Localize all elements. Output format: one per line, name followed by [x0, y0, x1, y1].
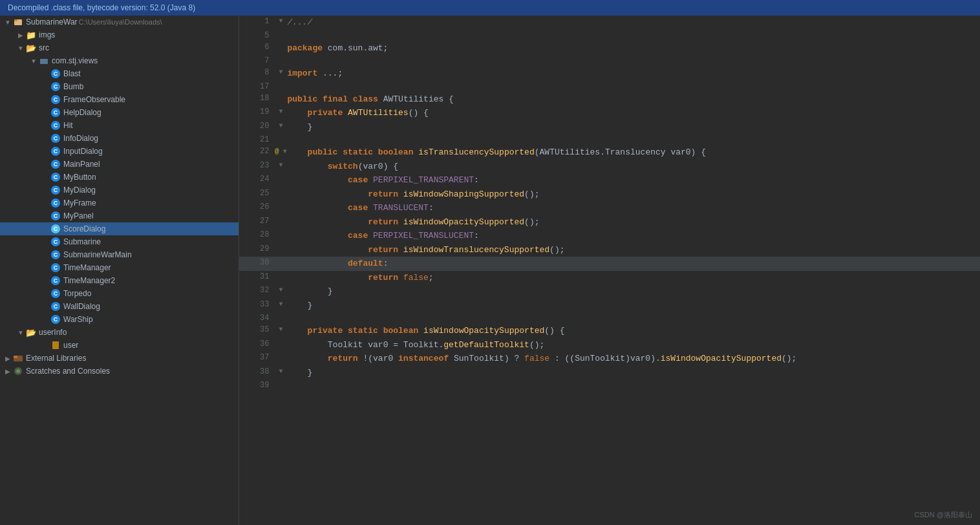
line-content-30: default: [287, 257, 980, 271]
SubmarineWarMain-label: SubmarineWarMain [63, 250, 132, 259]
sidebar-item-mypanel[interactable]: ▶ C MyPanel [0, 209, 239, 222]
line-gutter-27 [274, 215, 287, 230]
code-row-34: 34 [239, 312, 980, 324]
sidebar-item-warship[interactable]: ▶ C WarShip [0, 313, 239, 326]
line-content-32: } [287, 284, 980, 299]
line-gutter-31 [274, 271, 287, 285]
line-num-17: 17 [239, 81, 274, 92]
line-content-36: Toolkit var0 = Toolkit.getDefaultToolkit… [287, 338, 980, 352]
code-row-31: 31 return false; [239, 271, 980, 285]
code-row-39: 39 [239, 380, 980, 391]
at-icon: @ [275, 147, 279, 155]
FrameObservable-class-icon: C [50, 94, 61, 105]
sidebar-item-src[interactable]: ▼ 📂 src [0, 41, 239, 54]
line-num-1: 1 [239, 16, 274, 30]
line-gutter-17 [274, 81, 287, 92]
project-name: SubmarineWar [26, 17, 78, 27]
line-content-6: package com.sun.awt; [287, 41, 980, 56]
imgs-arrow-icon: ▶ [16, 30, 26, 40]
fold-close-icon[interactable]: ▼ [279, 368, 282, 375]
sidebar-item-submarine[interactable]: ▶ C Submarine [0, 235, 239, 248]
sidebar-item-helpdialog[interactable]: ▶ C HelpDialog [0, 106, 239, 119]
line-num-25: 25 [239, 188, 274, 202]
line-num-38: 38 [239, 366, 274, 380]
svg-rect-1 [14, 19, 17, 21]
InfoDialog-class-icon: C [50, 133, 61, 144]
sidebar-item-package[interactable]: ▼ com.stj.views [0, 54, 239, 67]
src-folder-icon: 📂 [26, 43, 36, 53]
sidebar-item-bumb[interactable]: ▶ C Bumb [0, 80, 239, 93]
fold-icon[interactable]: ▼ [279, 162, 282, 169]
sidebar-item-timemanager[interactable]: ▶ C TimeManager [0, 261, 239, 274]
fold-icon[interactable]: ▼ [279, 108, 282, 115]
info-bar-text: Decompiled .class file, bytecode version… [8, 3, 195, 12]
line-num-5: 5 [239, 30, 274, 41]
imgs-label: imgs [39, 30, 55, 39]
package-label: com.stj.views [52, 56, 98, 65]
line-gutter-34 [274, 312, 287, 324]
MyButton-label: MyButton [63, 173, 96, 182]
line-gutter-28 [274, 229, 287, 243]
sidebar-item-extlibs[interactable]: ▶ External Libraries [0, 352, 239, 365]
line-content-1: /.../ [287, 16, 980, 30]
sidebar-item-submarinewarmain[interactable]: ▶ C SubmarineWarMain [0, 248, 239, 261]
watermark: CSDN @洛阳泰山 [915, 510, 972, 520]
line-gutter-30 [274, 257, 287, 271]
ScoreDialog-class-icon: C [50, 224, 61, 234]
line-num-18: 18 [239, 92, 274, 107]
line-num-21: 21 [239, 134, 274, 145]
sidebar-item-torpedo[interactable]: ▶ C Torpedo [0, 287, 239, 300]
WarShip-label: WarShip [63, 315, 93, 324]
sidebar-item-project[interactable]: ▼ SubmarineWar C:\Users\liuya\Downloads\ [0, 16, 239, 28]
sidebar[interactable]: ▼ SubmarineWar C:\Users\liuya\Downloads\… [0, 16, 239, 525]
line-num-31: 31 [239, 271, 274, 285]
line-content-34 [287, 312, 980, 324]
fold-icon[interactable]: ▼ [283, 148, 287, 155]
svg-rect-6 [14, 356, 17, 358]
fold-close-icon[interactable]: ▼ [279, 286, 282, 294]
line-num-35: 35 [239, 324, 274, 338]
svg-rect-3 [40, 59, 43, 61]
sidebar-item-mybutton[interactable]: ▶ C MyButton [0, 171, 239, 184]
sidebar-item-userinfo[interactable]: ▼ 📂 userInfo [0, 326, 239, 339]
sidebar-item-scoredialog[interactable]: ▶ C ScoreDialog [0, 222, 239, 235]
sidebar-item-walldialog[interactable]: ▶ C WallDialog [0, 300, 239, 313]
fold-close-icon[interactable]: ▼ [279, 301, 282, 308]
sidebar-item-myframe[interactable]: ▶ C MyFrame [0, 197, 239, 209]
sidebar-item-imgs[interactable]: ▶ 📁 imgs [0, 28, 239, 41]
fold-icon[interactable]: ▼ [279, 69, 282, 76]
MyButton-class-icon: C [50, 172, 61, 182]
sidebar-item-hit[interactable]: ▶ C Hit [0, 119, 239, 132]
line-content-20: } [287, 120, 980, 134]
line-num-23: 23 [239, 160, 274, 174]
sidebar-item-blast[interactable]: ▶ C Blast [0, 67, 239, 80]
code-row-24: 24 case PERPIXEL_TRANSPARENT: [239, 173, 980, 188]
line-num-27: 27 [239, 215, 274, 230]
code-row-35: 35 ▼ private static boolean isWindowOpac… [239, 324, 980, 338]
sidebar-item-mainpanel[interactable]: ▶ C MainPanel [0, 158, 239, 171]
Bumb-label: Bumb [63, 82, 83, 91]
sidebar-item-scratches[interactable]: ▶ Scratches and Consoles [0, 365, 239, 378]
sidebar-item-mydialog[interactable]: ▶ C MyDialog [0, 184, 239, 197]
fold-icon[interactable]: ▼ [279, 17, 282, 25]
line-gutter-21 [274, 134, 287, 145]
info-bar: Decompiled .class file, bytecode version… [0, 0, 980, 16]
extlibs-label: External Libraries [26, 354, 86, 363]
sidebar-item-user[interactable]: ▶ user [0, 339, 239, 352]
sidebar-item-infodialog[interactable]: ▶ C InfoDialog [0, 132, 239, 145]
fold-close-icon[interactable]: ▼ [279, 122, 282, 129]
code-row-1: 1 ▼ /.../ [239, 16, 980, 30]
InfoDialog-label: InfoDialog [63, 134, 98, 143]
user-label: user [63, 341, 78, 350]
fold-icon[interactable]: ▼ [279, 326, 282, 333]
sidebar-item-timemanager2[interactable]: ▶ C TimeManager2 [0, 274, 239, 287]
line-content-25: return isWindowShapingSupported(); [287, 188, 980, 202]
code-row-32: 32 ▼ } [239, 284, 980, 299]
project-icon [13, 17, 23, 27]
line-num-6: 6 [239, 41, 274, 56]
line-gutter-29 [274, 243, 287, 257]
code-table: 1 ▼ /.../ 5 6 package com.sun.awt; 7 8 ▼… [239, 16, 980, 391]
sidebar-item-inputdialog[interactable]: ▶ C InputDialog [0, 145, 239, 158]
sidebar-item-frameobservable[interactable]: ▶ C FrameObservable [0, 93, 239, 106]
code-editor[interactable]: 1 ▼ /.../ 5 6 package com.sun.awt; 7 8 ▼… [239, 16, 980, 525]
